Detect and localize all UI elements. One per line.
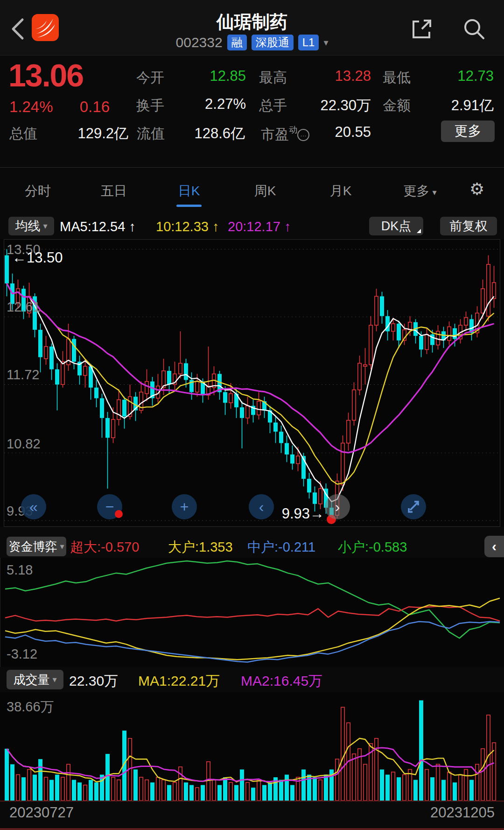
fullscreen-button[interactable] [401, 494, 426, 519]
volume-selector-button[interactable]: 成交量▾ [7, 670, 63, 689]
open-value: 12.85 [156, 68, 246, 85]
level-badge: L1 [298, 35, 319, 50]
market-cap-value: 129.2亿 [51, 124, 128, 143]
ma-selector-caret-icon: ▾ [43, 221, 47, 231]
zoom-in-button[interactable]: + [172, 494, 197, 519]
date-end: 20231205 [401, 804, 495, 821]
zoom-out-button[interactable]: − [97, 494, 122, 519]
tab-minute[interactable]: 分时 [25, 182, 51, 200]
header: 仙琚制药 002332 融 深股通 L1 ▾ [0, 0, 504, 56]
pe-value: 20.55 [317, 124, 371, 141]
ma-selector-button[interactable]: 均线▾ [8, 217, 54, 235]
dk-point-button[interactable]: DK点 [369, 217, 423, 235]
kline-chart[interactable] [0, 239, 504, 527]
high-value: 13.28 [280, 68, 371, 85]
kline-grid [4, 240, 500, 527]
float-cap-value: 128.6亿 [182, 124, 245, 143]
current-price: 13.06 [8, 57, 83, 93]
fund-line-超大 [5, 606, 500, 621]
pan-left-button[interactable]: ‹ [249, 494, 274, 519]
low-value: 12.73 [400, 68, 494, 85]
tab-weekly-k[interactable]: 周K [254, 182, 276, 200]
market-cap-label: 总值 [9, 124, 37, 143]
date-start: 20230727 [9, 804, 74, 821]
more-button[interactable]: 更多 [441, 121, 495, 142]
search-icon[interactable] [461, 16, 487, 42]
fund-flow-chart[interactable] [0, 558, 504, 667]
pe-label: 市盈动… [261, 124, 309, 144]
tab-more-caret-icon: ▾ [432, 188, 436, 197]
fund-axis-min: -3.12 [7, 646, 37, 662]
fund-small: 小户:-0.583 [338, 538, 407, 557]
ma20-value: 20:12.17 ↑ [228, 219, 291, 234]
forward-adjust-button[interactable]: 前复权 [440, 217, 497, 235]
margin-badge: 融 [227, 35, 247, 50]
float-cap-label: 流值 [137, 124, 165, 143]
ma5-line [7, 284, 494, 502]
ma5-value: MA5:12.54 ↑ [60, 219, 136, 234]
pe-dynamic-sup: 动 [289, 125, 297, 135]
fund-super-large: 超大:-0.570 [70, 538, 139, 557]
fund-medium: 中户:-0.211 [247, 538, 315, 557]
fund-selector-caret-icon: ▾ [60, 541, 64, 552]
amount-value: 2.91亿 [400, 96, 494, 115]
pan-right-button[interactable]: › [325, 494, 350, 519]
tab-5day[interactable]: 五日 [101, 182, 127, 200]
volume-bars [5, 700, 496, 801]
ma10-value: 10:12.33 ↑ [156, 219, 219, 234]
volume-baseline [0, 801, 504, 802]
next-panel-edge [0, 828, 504, 830]
panel-collapse-button[interactable]: ‹ [484, 536, 504, 557]
fund-line-小户 [5, 561, 500, 638]
tabs-top-divider [0, 167, 504, 168]
kline-axis-11-72: 11.72 [7, 367, 39, 383]
volume-selector-caret-icon: ▾ [52, 674, 56, 685]
tab-monthly-k[interactable]: 月K [330, 182, 352, 200]
high-price-annotation: ←13.50 [12, 249, 63, 266]
pe-info-icon[interactable]: … [297, 129, 309, 141]
volume-axis-max: 38.66万 [7, 698, 54, 716]
volume-current: 22.30万 [69, 672, 118, 691]
share-icon[interactable] [410, 17, 434, 41]
tab-more[interactable]: 更多▾ [403, 182, 436, 200]
subtitle-caret-icon[interactable]: ▾ [323, 37, 328, 48]
minus-glyph: − [105, 498, 114, 516]
expand-arrows-icon [401, 494, 426, 519]
fund-axis-max: 5.18 [7, 562, 33, 578]
fund-large: 大户:1.353 [168, 538, 233, 557]
change-percent: 1.24% [9, 98, 53, 116]
change-amount: 0.16 [70, 98, 110, 116]
rewind-button[interactable]: « [21, 494, 46, 519]
tab-daily-k[interactable]: 日K [178, 182, 200, 200]
volume-ma2: MA2:16.45万 [241, 672, 322, 691]
zoom-out-badge [115, 510, 123, 518]
kline-axis-12-61: 12.61 [7, 299, 41, 315]
total-lots-value: 22.30万 [280, 96, 371, 115]
volume-chart[interactable] [0, 692, 504, 802]
fund-game-selector-button[interactable]: 资金博弈▾ [7, 537, 66, 556]
turnover-value: 2.27% [156, 96, 246, 113]
active-tab-underline [176, 205, 202, 207]
gear-icon[interactable]: ⚙ [469, 179, 484, 199]
volume-ma1: MA1:22.21万 [138, 672, 220, 691]
kline-axis-10-82: 10.82 [7, 436, 41, 452]
szconnect-badge: 深股通 [252, 35, 294, 50]
fund-line-中户 [5, 622, 500, 662]
stock-code: 002332 [176, 35, 223, 50]
